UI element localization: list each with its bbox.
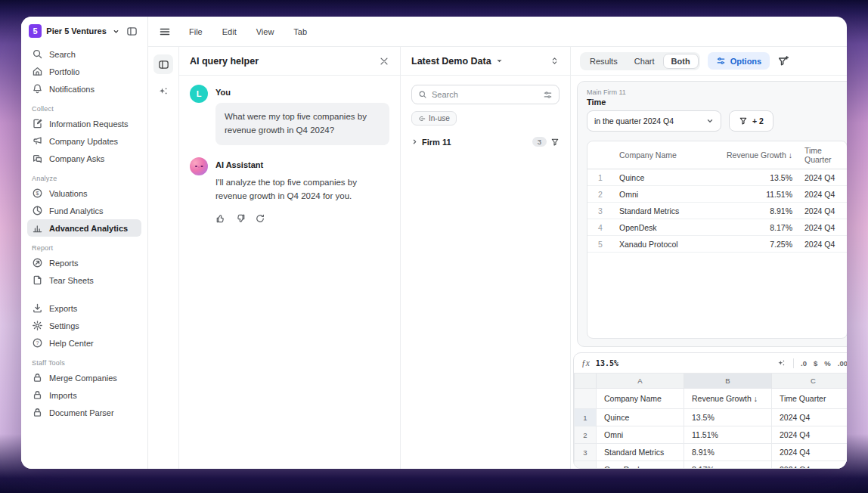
assistant-message-text: I'll analyze the top five companies by r… bbox=[215, 175, 389, 203]
tab-chart[interactable]: Chart bbox=[626, 54, 663, 69]
percent-format-icon[interactable]: % bbox=[824, 359, 830, 367]
table-row[interactable]: 3 Standard Metrics 8.91% 2024 Q4 bbox=[587, 203, 847, 219]
sheet-cell[interactable]: Quince bbox=[597, 409, 684, 426]
sidebar-item-valuations[interactable]: $ Valuations bbox=[27, 184, 141, 202]
table-row[interactable]: 4 OpenDesk 8.17% 2024 Q4 bbox=[587, 219, 847, 236]
data-panel-title[interactable]: Latest Demo Data bbox=[411, 56, 491, 67]
sidebar-item-imports[interactable]: Imports bbox=[27, 386, 141, 404]
row-gutter[interactable]: 3 bbox=[575, 444, 597, 461]
sheet-cell[interactable]: 13.5% bbox=[684, 409, 772, 426]
sheet-cell[interactable]: Standard Metrics bbox=[597, 444, 684, 461]
row-gutter[interactable] bbox=[575, 389, 597, 409]
svg-text:?: ? bbox=[36, 340, 39, 346]
funnel-icon[interactable] bbox=[550, 138, 560, 147]
currency-format-icon[interactable]: $ bbox=[814, 359, 817, 367]
sidebar-collapse-icon[interactable] bbox=[124, 23, 140, 39]
sheet-cell[interactable]: Revenue Growth ↓ bbox=[684, 389, 772, 409]
user-message-bubble: What were my top five companies by reven… bbox=[215, 103, 389, 145]
tab-results[interactable]: Results bbox=[581, 54, 626, 69]
regenerate-icon[interactable] bbox=[255, 213, 265, 224]
thumbs-down-icon[interactable] bbox=[235, 213, 246, 224]
sidebar-item-exports[interactable]: Exports bbox=[27, 299, 141, 317]
funnel-plus-icon[interactable] bbox=[777, 55, 789, 67]
sidebar-item-portfolio[interactable]: Portfolio bbox=[27, 63, 141, 80]
increase-decimal-icon[interactable]: .00 bbox=[838, 359, 847, 367]
results-panel: Results Chart Both Options Main Firm 11 … bbox=[571, 47, 847, 469]
sidebar-item-help-center[interactable]: ? Help Center bbox=[27, 334, 141, 352]
workspace-logo: 5 bbox=[29, 24, 42, 38]
sheet-cell[interactable]: 2024 Q4 bbox=[772, 461, 848, 470]
menu-edit[interactable]: Edit bbox=[221, 26, 238, 38]
sheet-cell[interactable]: OpenDesk bbox=[597, 461, 684, 470]
formula-value[interactable]: 13.5% bbox=[596, 359, 618, 367]
sheet-cell[interactable]: Omni bbox=[597, 426, 684, 444]
corner-cell[interactable] bbox=[575, 374, 597, 389]
sidebar-item-search[interactable]: Search bbox=[27, 45, 141, 63]
column-letter-b[interactable]: B bbox=[684, 374, 772, 389]
col-revenue-growth[interactable]: Revenue Growth ↓ bbox=[711, 141, 798, 169]
sidebar-item-merge-companies[interactable]: Merge Companies bbox=[27, 369, 141, 386]
sidebar-item-reports[interactable]: Reports bbox=[27, 254, 141, 271]
options-button[interactable]: Options bbox=[708, 52, 770, 70]
decrease-decimal-icon[interactable]: .0 bbox=[801, 359, 807, 367]
filter-sliders-icon[interactable] bbox=[543, 90, 553, 100]
ai-sparkle-icon[interactable] bbox=[777, 358, 786, 368]
sheet-row: 1 Quince 13.5% 2024 Q4 bbox=[575, 409, 848, 426]
col-company-name[interactable]: Company Name bbox=[613, 141, 711, 169]
sheet-cell[interactable]: 11.51% bbox=[684, 426, 772, 444]
in-use-filter-chip[interactable]: In-use bbox=[411, 111, 457, 126]
more-filters-button[interactable]: + 2 bbox=[729, 110, 773, 132]
ai-assistant-avatar bbox=[190, 157, 208, 175]
sidebar-item-document-parser[interactable]: Document Parser bbox=[27, 404, 141, 421]
sheet-cell[interactable]: 2024 Q4 bbox=[772, 444, 848, 461]
lock-icon bbox=[32, 372, 43, 383]
sidebar-item-information-requests[interactable]: Information Requests bbox=[27, 115, 141, 132]
sheet-cell[interactable]: 2024 Q4 bbox=[772, 409, 848, 426]
tree-item-firm-11[interactable]: Firm 11 3 bbox=[408, 135, 563, 149]
sidebar-item-company-updates[interactable]: Company Updates bbox=[27, 132, 141, 150]
row-gutter[interactable]: 1 bbox=[575, 409, 597, 426]
document-edit-icon bbox=[32, 118, 43, 129]
sheet-cell[interactable]: 8.17% bbox=[684, 461, 772, 470]
sidebar-item-tear-sheets[interactable]: Tear Sheets bbox=[27, 271, 141, 289]
row-gutter[interactable]: 2 bbox=[575, 426, 597, 444]
row-gutter[interactable]: 4 bbox=[575, 461, 597, 470]
tab-both[interactable]: Both bbox=[663, 54, 699, 69]
sidebar-item-company-asks[interactable]: Company Asks bbox=[27, 150, 141, 167]
sheet-cell[interactable]: Company Name bbox=[597, 389, 684, 409]
menu-file[interactable]: File bbox=[188, 26, 204, 38]
sidebar-item-notifications[interactable]: Notifications bbox=[27, 80, 141, 98]
bar-chart-icon bbox=[32, 222, 43, 234]
search-input[interactable] bbox=[432, 90, 538, 99]
column-letter-a[interactable]: A bbox=[597, 374, 684, 389]
menu-view[interactable]: View bbox=[255, 26, 276, 38]
menu-tab[interactable]: Tab bbox=[292, 26, 308, 38]
sidebar-item-settings[interactable]: Settings bbox=[27, 317, 141, 334]
col-time-quarter[interactable]: Time Quarter bbox=[798, 141, 847, 169]
sheet-cell[interactable]: Time Quarter bbox=[772, 389, 848, 409]
workspace-name[interactable]: Pier 5 Ventures bbox=[46, 26, 107, 36]
table-row[interactable]: 1 Quince 13.5% 2024 Q4 bbox=[587, 169, 847, 186]
column-letter-c[interactable]: C bbox=[772, 374, 848, 389]
time-filter-select[interactable]: in the quarter 2024 Q4 bbox=[587, 110, 721, 132]
dropdown-caret-icon[interactable] bbox=[496, 57, 503, 64]
close-icon[interactable] bbox=[379, 56, 389, 67]
chip-label: In-use bbox=[429, 114, 450, 122]
hamburger-menu-icon[interactable] bbox=[159, 26, 171, 38]
sidebar-item-fund-analytics[interactable]: Fund Analytics bbox=[27, 202, 141, 219]
row-number: 5 bbox=[587, 236, 613, 253]
sheet-cell[interactable]: 2024 Q4 bbox=[772, 426, 848, 444]
unfold-sort-icon[interactable] bbox=[550, 55, 560, 67]
sheet-row: 2 Omni 11.51% 2024 Q4 bbox=[575, 426, 848, 444]
table-row[interactable]: 5 Xanadu Protocol 7.25% 2024 Q4 bbox=[587, 236, 847, 253]
panel-toggle-icon[interactable] bbox=[153, 54, 173, 74]
filter-area: Main Firm 11 Time in the quarter 2024 Q4… bbox=[578, 82, 847, 139]
chevron-down-icon[interactable] bbox=[113, 24, 119, 38]
cell-company: Xanadu Protocol bbox=[613, 236, 711, 253]
sidebar-item-advanced-analytics[interactable]: Advanced Analytics bbox=[27, 219, 141, 237]
table-row[interactable]: 2 Omni 11.51% 2024 Q4 bbox=[587, 186, 847, 203]
thumbs-up-icon[interactable] bbox=[215, 213, 226, 224]
ai-sparkle-icon[interactable] bbox=[153, 82, 173, 101]
sheet-cell[interactable]: 8.91% bbox=[684, 444, 772, 461]
download-icon bbox=[32, 302, 43, 314]
